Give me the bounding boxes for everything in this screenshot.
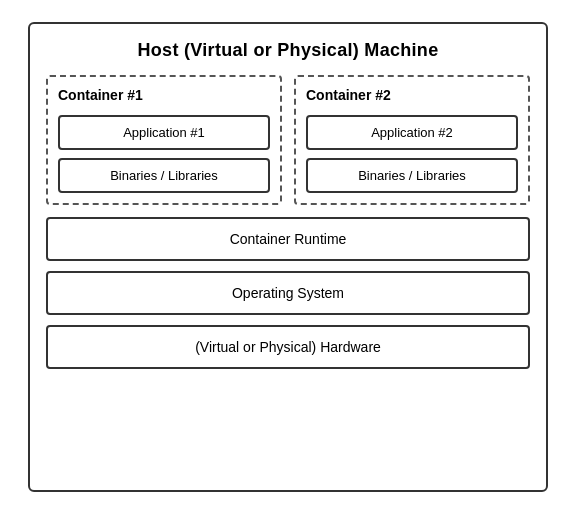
container-1-label: Container #1 <box>58 87 270 103</box>
operating-system-layer: Operating System <box>46 271 530 315</box>
container-runtime-layer: Container Runtime <box>46 217 530 261</box>
container-2-app: Application #2 <box>306 115 518 150</box>
hardware-layer: (Virtual or Physical) Hardware <box>46 325 530 369</box>
stack-section: Container Runtime Operating System (Virt… <box>46 217 530 369</box>
container-2-libs: Binaries / Libraries <box>306 158 518 193</box>
container-1-libs: Binaries / Libraries <box>58 158 270 193</box>
container-1-app: Application #1 <box>58 115 270 150</box>
host-title: Host (Virtual or Physical) Machine <box>46 40 530 61</box>
container-2-label: Container #2 <box>306 87 518 103</box>
diagram-container: Host (Virtual or Physical) Machine Conta… <box>28 22 548 492</box>
containers-row: Container #1 Application #1 Binaries / L… <box>46 75 530 205</box>
container-2-box: Container #2 Application #2 Binaries / L… <box>294 75 530 205</box>
container-1-box: Container #1 Application #1 Binaries / L… <box>46 75 282 205</box>
